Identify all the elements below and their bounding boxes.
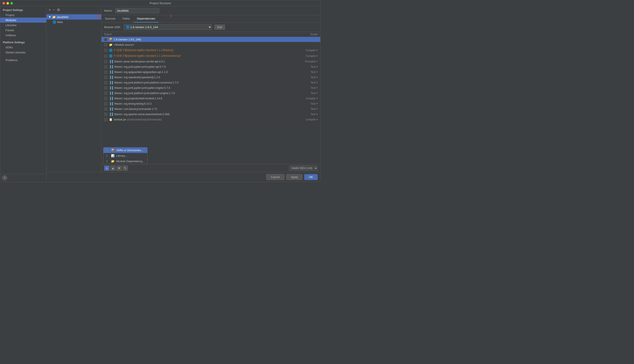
scope-dropdown-bsh[interactable]: ▾ — [316, 113, 318, 116]
sidebar-item-modules[interactable]: Modules ← 1 — [0, 18, 46, 23]
tree-item-javaweb[interactable]: ▼ 📁 JavaWeb 2 — [47, 14, 101, 20]
dep-icon-bsh: ▐▐ — [109, 112, 113, 116]
dep-checkbox-jstl[interactable] — [104, 49, 107, 52]
sdk-edit-button[interactable]: Edit — [215, 24, 225, 30]
dep-icon-standard: 🌐 — [109, 54, 112, 58]
popup-icon-library: 📊 — [111, 154, 114, 158]
help-button[interactable]: ? — [2, 175, 7, 180]
dep-row-standard[interactable]: 🌐 F:/谷歌下载/jakarta-taglibs-standard-1.1.1… — [101, 53, 320, 59]
apply-button[interactable]: Apply — [286, 174, 303, 180]
dep-checkbox-apiguardian[interactable] — [104, 70, 107, 74]
remove-module-button[interactable]: − — [52, 8, 55, 12]
move-up-button[interactable]: ▲ — [110, 166, 116, 171]
dep-checkbox-platform-commons[interactable] — [104, 81, 107, 84]
dep-checkbox-testng[interactable] — [104, 102, 107, 105]
scope-dropdown-jstl[interactable]: ▾ — [316, 49, 318, 52]
scope-dropdown-standard[interactable]: ▾ — [316, 54, 318, 57]
sidebar-item-artifacts[interactable]: Artifacts — [0, 33, 46, 38]
dep-row-junit-engine[interactable]: ▐▐ Maven: org.junit.jupiter:junit-jupite… — [101, 85, 320, 90]
dep-icon-testng: ▐▐ — [109, 102, 113, 105]
dep-row-module-source[interactable]: 📁 <Module source> — [101, 42, 320, 48]
scope-dropdown-junit-engine[interactable]: ▾ — [316, 86, 318, 89]
tree-item-label: JavaWeb — [57, 16, 69, 19]
scope-dropdown-lombok-maven[interactable]: ▾ — [316, 97, 318, 100]
dep-row-opentest4j[interactable]: ▐▐ Maven: org.opentest4j:opentest4j:1.2.… — [101, 75, 320, 80]
dep-row-servlet-api[interactable]: ▐▐ Maven: javax.servlet:javax.servlet-ap… — [101, 59, 320, 64]
add-dependency-button[interactable]: + — [104, 166, 109, 171]
scope-dropdown-opentest4j[interactable]: ▾ — [316, 76, 318, 79]
maximize-button[interactable] — [10, 2, 13, 4]
dep-row-platform-commons[interactable]: ▐▐ Maven: org.junit.platform:junit-platf… — [101, 80, 320, 85]
dep-name-lombok-jar: lombok.jar (/Users/shishanju/Downloads) — [114, 118, 306, 121]
dep-name-platform-engine: Maven: org.junit.platform:junit-platform… — [114, 92, 311, 95]
dep-row-lombok-jar[interactable]: 📋 lombok.jar (/Users/shishanju/Downloads… — [101, 117, 320, 122]
sdk-select[interactable]: 🟦 1.8 version 1.8.0_144 — [124, 24, 212, 30]
dep-checkbox-standard[interactable] — [104, 54, 107, 58]
scope-dropdown-platform-engine[interactable]: ▾ — [316, 92, 318, 94]
sidebar-item-project[interactable]: Project — [0, 12, 46, 18]
dep-row-jdk[interactable]: 📦 1.8 (version 1.8.0_144) — [101, 37, 320, 42]
sidebar-item-problems[interactable]: Problems — [0, 58, 46, 63]
dep-checkbox-junit-api[interactable] — [104, 65, 107, 68]
dep-row-apiguardian[interactable]: ▐▐ Maven: org.apiguardian:apiguardian-ap… — [101, 70, 320, 75]
dep-checkbox-bsh[interactable] — [104, 113, 107, 116]
content-inner: + − ⧉ ▼ 📁 JavaWeb 2 — [47, 6, 320, 172]
dep-icon-junit-engine: ▐▐ — [109, 86, 113, 90]
dep-scope-servlet-api: Provided ▾ — [305, 60, 318, 63]
scope-dropdown-platform-commons[interactable]: ▾ — [316, 81, 318, 84]
sidebar-item-global-libraries[interactable]: Global Libraries — [0, 50, 46, 55]
dep-name-lombok-maven: Maven: org.projectlombok:lombok:1.14.8 — [114, 97, 306, 100]
dep-row-platform-engine[interactable]: ▐▐ Maven: org.junit.platform:junit-platf… — [101, 90, 320, 96]
popup-icon-module-dep: 📁 — [111, 160, 114, 163]
dep-icon-jstl: 🌐 — [109, 48, 112, 52]
dep-scope-jstl: Compile ▾ — [306, 49, 318, 52]
minimize-button[interactable] — [7, 2, 9, 4]
dep-checkbox-module-source[interactable] — [104, 43, 107, 46]
scope-dropdown-servlet-api[interactable]: ▾ — [316, 60, 318, 63]
dep-scope-platform-engine: Test ▾ — [311, 92, 318, 95]
cancel-button[interactable]: Cancel — [266, 174, 284, 180]
dep-checkbox-platform-engine[interactable] — [104, 92, 107, 95]
sidebar-item-sdks[interactable]: SDKs — [0, 45, 46, 50]
dep-checkbox-lombok-maven[interactable] — [104, 97, 107, 100]
popup-label-module-dep: Module Dependency... — [116, 160, 145, 163]
dep-row-lombok-maven[interactable]: ▐▐ Maven: org.projectlombok:lombok:1.14.… — [101, 96, 320, 101]
scope-dropdown-junit-api[interactable]: ▾ — [316, 65, 318, 68]
sidebar-item-facets[interactable]: Facets — [0, 28, 46, 33]
ok-button[interactable]: OK — [304, 174, 318, 180]
dep-checkbox-jcommander[interactable] — [104, 108, 107, 110]
name-input[interactable] — [115, 8, 159, 13]
scope-dropdown-jcommander[interactable]: ▾ — [316, 108, 318, 110]
dep-row-jcommander[interactable]: ▐▐ Maven: com.beust:jcommander:1.72 Test… — [101, 106, 320, 112]
dep-row-jstl[interactable]: 🌐 F:/谷歌下载/jakarta-taglibs-standard-1.1.1… — [101, 48, 320, 53]
tree-item-web[interactable]: 🌐 Web — [47, 20, 101, 24]
dep-checkbox-servlet-api[interactable] — [104, 60, 107, 63]
scope-dropdown-testng[interactable]: ▾ — [316, 102, 318, 105]
tabs-bar: Sources Paths Dependencies ← 3 — [101, 15, 320, 23]
sidebar-item-libraries[interactable]: Libraries — [0, 23, 46, 28]
dep-checkbox-opentest4j[interactable] — [104, 76, 107, 79]
close-button[interactable] — [3, 2, 5, 4]
sidebar-nav: Project Settings Project Modules ← 1 Lib… — [0, 6, 46, 174]
dep-checkbox-lombok-jar[interactable] — [104, 118, 107, 121]
dep-checkbox-jdk[interactable] — [104, 38, 107, 41]
dep-row-bsh[interactable]: ▐▐ Maven: org.apache-extras.beanshell:bs… — [101, 112, 320, 117]
dep-row-testng[interactable]: ▐▐ Maven: org.testng:testng:6.14.3 Test … — [101, 101, 320, 106]
edit-dependency-button[interactable]: ✎ — [123, 166, 128, 171]
tab-sources[interactable]: Sources — [101, 15, 119, 22]
scope-dropdown-apiguardian[interactable]: ▾ — [316, 70, 318, 74]
add-module-button[interactable]: + — [48, 8, 51, 12]
format-row: IntelliJ IDEA (.iml) — [289, 166, 318, 171]
popup-item-library[interactable]: 2 📊 Library... — [103, 153, 147, 158]
dep-checkbox-junit-engine[interactable] — [104, 86, 107, 90]
dep-row-junit-api[interactable]: ▐▐ Maven: org.junit.jupiter:junit-jupite… — [101, 64, 320, 70]
tab-dependencies[interactable]: Dependencies ← 3 — [133, 15, 159, 22]
scope-dropdown-lombok-jar[interactable]: ▾ — [316, 118, 318, 121]
tab-paths[interactable]: Paths — [119, 15, 133, 22]
popup-item-jars[interactable]: 1 📦 JARs or Directories... — [103, 148, 147, 153]
move-down-button[interactable]: ▼ — [116, 166, 122, 171]
copy-module-button[interactable]: ⧉ — [57, 8, 60, 12]
format-select[interactable]: IntelliJ IDEA (.iml) — [289, 166, 318, 171]
dep-table: 📦 1.8 (version 1.8.0_144) 📁 <Module sour… — [101, 37, 320, 164]
popup-item-module-dep[interactable]: 3 📁 Module Dependency... — [103, 158, 147, 164]
